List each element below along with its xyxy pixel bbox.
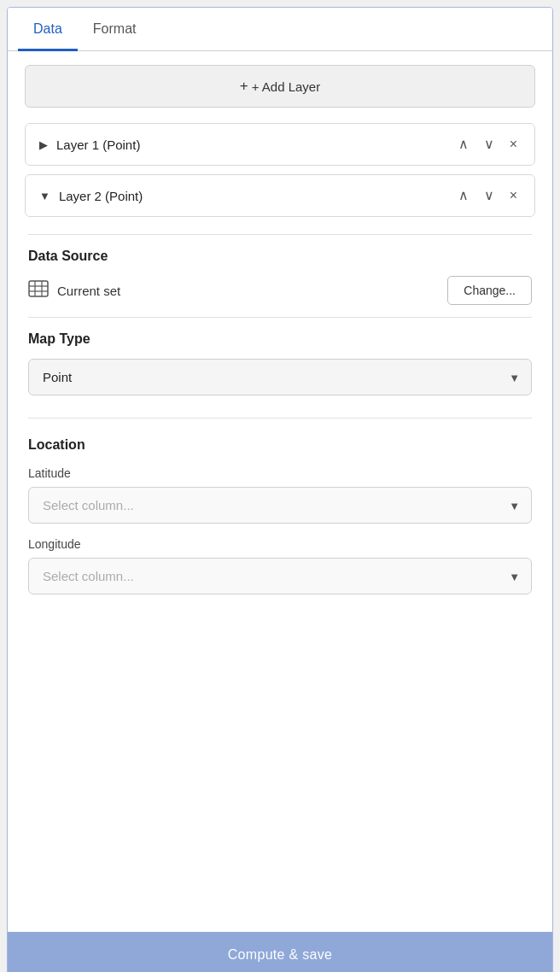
tab-bar: Data Format [8, 8, 552, 51]
layer-2-arrow[interactable]: ▼ [39, 190, 50, 202]
add-layer-button[interactable]: + + Add Layer [25, 65, 535, 108]
layer-1-controls: ∧ ∨ × [455, 136, 521, 153]
tab-format[interactable]: Format [78, 8, 152, 51]
data-source-label: Current set [57, 284, 120, 298]
layer-left-1: ▶ Layer 1 (Point) [39, 138, 140, 152]
data-source-title: Data Source [28, 249, 532, 264]
map-type-select-wrapper: Point Line Area Heatmap ▼ [28, 359, 532, 395]
table-icon [28, 280, 49, 301]
map-type-select[interactable]: Point Line Area Heatmap [28, 359, 532, 395]
divider-3 [28, 418, 532, 419]
latitude-select-wrapper: Select column... ▼ [28, 487, 532, 524]
layer-2-up-button[interactable]: ∧ [455, 187, 472, 204]
map-type-title: Map Type [28, 331, 532, 347]
layer-2-name: Layer 2 (Point) [59, 189, 143, 203]
layer-2-down-button[interactable]: ∨ [481, 187, 498, 204]
change-button[interactable]: Change... [447, 276, 532, 305]
main-panel: Data Format + + Add Layer ▶ Layer 1 (Poi… [7, 7, 553, 972]
layer-1-arrow[interactable]: ▶ [39, 138, 48, 151]
longitude-select[interactable]: Select column... [28, 558, 532, 594]
data-source-row: Current set Change... [28, 276, 532, 305]
compute-save-button[interactable]: Compute & save [8, 932, 552, 972]
divider-2 [28, 317, 532, 318]
location-title: Location [28, 437, 532, 453]
longitude-label: Longitude [28, 537, 532, 551]
latitude-label: Latitude [28, 466, 532, 480]
layer-item-1: ▶ Layer 1 (Point) ∧ ∨ × [25, 123, 535, 166]
longitude-select-wrapper: Select column... ▼ [28, 558, 532, 594]
location-section: Location Latitude Select column... ▼ Lon… [28, 437, 532, 608]
latitude-select[interactable]: Select column... [28, 487, 532, 524]
layer-1-up-button[interactable]: ∧ [455, 136, 472, 153]
latitude-field-group: Latitude Select column... ▼ [28, 466, 532, 524]
svg-rect-0 [29, 281, 48, 296]
layer-1-close-button[interactable]: × [506, 136, 521, 153]
layer-1-down-button[interactable]: ∨ [481, 136, 498, 153]
layer-1-name: Layer 1 (Point) [56, 138, 140, 152]
layer-2-close-button[interactable]: × [506, 187, 521, 204]
tab-data[interactable]: Data [18, 8, 78, 51]
layer-item-2: ▼ Layer 2 (Point) ∧ ∨ × [25, 174, 535, 217]
layer-2-controls: ∧ ∨ × [455, 187, 521, 204]
data-source-left: Current set [28, 280, 120, 301]
content-area: + + Add Layer ▶ Layer 1 (Point) ∧ ∨ × ▼ … [8, 51, 552, 932]
layer-2-expanded-content: Data Source Current set [25, 225, 535, 608]
divider-1 [28, 234, 532, 235]
layer-left-2: ▼ Layer 2 (Point) [39, 189, 143, 203]
plus-icon: + [240, 78, 248, 95]
longitude-field-group: Longitude Select column... ▼ [28, 537, 532, 594]
